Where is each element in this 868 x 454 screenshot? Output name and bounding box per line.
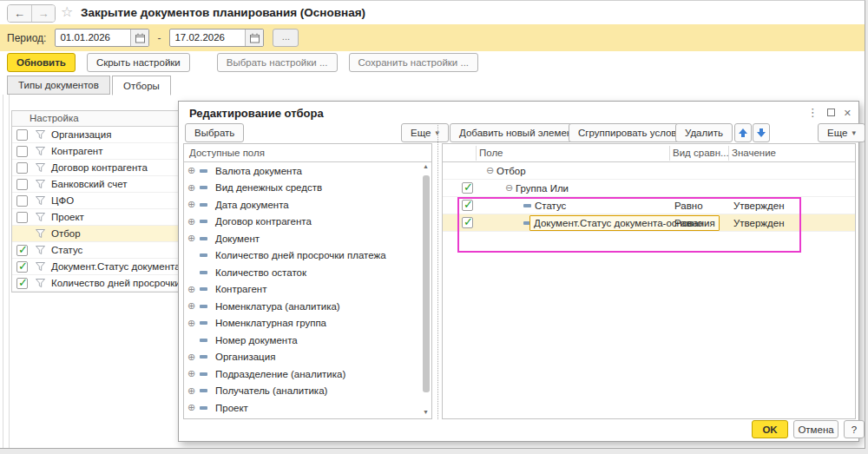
tabs-bar: Типы документов Отборы xyxy=(0,76,865,95)
expand-plus-icon[interactable] xyxy=(187,200,197,209)
compare-value[interactable]: Равно xyxy=(674,201,703,211)
maximize-icon[interactable] xyxy=(827,109,835,116)
period-to-input[interactable]: 17.02.2026 xyxy=(169,29,264,47)
row-checkbox[interactable] xyxy=(16,212,28,223)
expand-plus-icon[interactable] xyxy=(187,386,197,396)
scroll-thumb[interactable] xyxy=(423,175,430,392)
field-label: Договор контрагента xyxy=(215,216,312,227)
compare-value[interactable]: Равно xyxy=(674,218,703,228)
scroll-up-icon[interactable] xyxy=(421,163,431,172)
filter-row[interactable]: Документ.Статус документа-основанияРавно… xyxy=(443,214,855,232)
tab-document-types[interactable]: Типы документов xyxy=(7,76,110,95)
filter-funnel-icon xyxy=(35,212,46,222)
list-item[interactable]: Валюта документа xyxy=(184,162,421,180)
value-cell[interactable]: Утвержден xyxy=(733,201,785,211)
scrollbar[interactable] xyxy=(421,163,431,418)
filter-row[interactable]: Отбор xyxy=(443,162,855,180)
available-fields-header: Доступные поля xyxy=(184,144,431,162)
row-checkbox[interactable] xyxy=(16,162,28,174)
period-to-value[interactable]: 17.02.2026 xyxy=(170,30,245,46)
move-down-button[interactable] xyxy=(753,123,770,142)
field-dash-icon xyxy=(200,339,207,342)
row-checkbox[interactable] xyxy=(16,129,28,141)
list-item[interactable]: Количество дней просрочки платежа xyxy=(184,247,421,265)
list-item[interactable]: Дата документа xyxy=(184,196,421,214)
collapse-minus-icon[interactable] xyxy=(505,183,515,193)
list-item[interactable]: Номенклатура (аналитика) xyxy=(184,298,421,315)
tab-filters[interactable]: Отборы xyxy=(112,76,171,95)
row-checkbox[interactable] xyxy=(16,195,28,207)
calendar-button[interactable] xyxy=(245,30,263,46)
period-from-input[interactable]: 01.01.2026 xyxy=(55,29,149,47)
help-button[interactable]: ? xyxy=(844,420,865,438)
more-button-left[interactable]: Еще xyxy=(401,123,449,142)
kebab-menu-icon[interactable] xyxy=(807,106,819,119)
arrow-up-icon xyxy=(738,128,748,138)
filter-field-label[interactable]: Группа Или xyxy=(516,183,569,194)
expand-plus-icon[interactable] xyxy=(187,166,197,175)
more-button-right[interactable]: Еще xyxy=(818,123,865,142)
row-label: Договор контрагента xyxy=(51,162,148,173)
row-checkbox[interactable] xyxy=(462,182,473,194)
period-more-button[interactable]: ... xyxy=(273,29,299,47)
cancel-button[interactable]: Отмена xyxy=(793,420,838,438)
list-item[interactable]: Номер документа xyxy=(184,332,421,349)
list-item[interactable]: Документ xyxy=(184,230,421,247)
panel-splitter[interactable] xyxy=(437,123,438,419)
row-checkbox[interactable] xyxy=(16,261,28,273)
row-checkbox[interactable] xyxy=(16,278,28,289)
scroll-down-icon[interactable] xyxy=(421,409,431,418)
page-title: Закрытие документов планирования (Основн… xyxy=(81,6,365,19)
value-cell[interactable]: Утвержден xyxy=(733,218,785,228)
expand-plus-icon[interactable] xyxy=(187,234,197,243)
expand-plus-icon[interactable] xyxy=(187,217,197,227)
list-item[interactable]: Количество остаток xyxy=(184,264,421,281)
expand-plus-icon[interactable] xyxy=(187,352,197,362)
ok-button[interactable]: OK xyxy=(752,420,788,438)
field-dash-icon xyxy=(200,220,207,223)
back-button[interactable] xyxy=(8,5,31,22)
choose-button[interactable]: Выбрать xyxy=(185,123,244,142)
close-icon[interactable] xyxy=(844,107,852,119)
list-item[interactable]: Подразделение (аналитика) xyxy=(184,365,421,383)
list-item[interactable]: Организация xyxy=(184,349,421,366)
filter-row[interactable]: СтатусРавноУтвержден xyxy=(443,197,855,214)
refresh-button[interactable]: Обновить xyxy=(7,53,76,72)
row-checkbox[interactable] xyxy=(462,217,473,228)
row-label: Проект xyxy=(51,212,84,222)
filter-field-label[interactable]: Отбор xyxy=(496,166,526,176)
expand-plus-icon[interactable] xyxy=(187,183,197,193)
row-checkbox[interactable] xyxy=(462,200,473,211)
expand-plus-icon[interactable] xyxy=(187,369,197,378)
field-label: Проект xyxy=(215,403,248,413)
list-item[interactable]: Получатель (аналитика) xyxy=(184,383,421,400)
move-up-button[interactable] xyxy=(734,123,752,142)
list-item[interactable]: Номенклатурная группа xyxy=(184,315,421,332)
filter-field-label[interactable]: Статус xyxy=(535,201,566,211)
list-item[interactable]: Договор контрагента xyxy=(184,214,421,231)
period-from-value[interactable]: 01.01.2026 xyxy=(56,30,130,46)
field-label: Контрагент xyxy=(215,284,266,294)
calendar-button[interactable] xyxy=(130,30,148,46)
expand-plus-icon[interactable] xyxy=(187,301,197,311)
expand-plus-icon[interactable] xyxy=(187,285,197,294)
list-item[interactable]: Проект xyxy=(184,399,421,417)
row-checkbox[interactable] xyxy=(16,245,28,256)
form-edge-line xyxy=(3,95,3,448)
forward-button[interactable] xyxy=(31,5,55,22)
delete-button[interactable]: Удалить xyxy=(675,123,733,142)
list-item[interactable]: Вид денежных средств xyxy=(184,180,421,197)
collapse-minus-icon[interactable] xyxy=(486,166,496,175)
expand-plus-icon[interactable] xyxy=(187,319,197,328)
add-element-button[interactable]: Добавить новый элемент xyxy=(450,123,586,142)
save-settings-button[interactable]: Сохранить настройки ... xyxy=(349,53,479,72)
filter-row[interactable]: Группа Или xyxy=(443,180,855,197)
row-checkbox[interactable] xyxy=(16,146,28,157)
row-label: Отбор xyxy=(51,228,81,239)
row-checkbox[interactable] xyxy=(16,179,28,190)
expand-plus-icon[interactable] xyxy=(187,403,197,412)
select-settings-button[interactable]: Выбрать настройки ... xyxy=(217,53,338,72)
list-item[interactable]: Контрагент xyxy=(184,281,421,299)
hide-settings-button[interactable]: Скрыть настройки xyxy=(87,53,190,72)
favorite-star-icon[interactable] xyxy=(61,3,73,20)
